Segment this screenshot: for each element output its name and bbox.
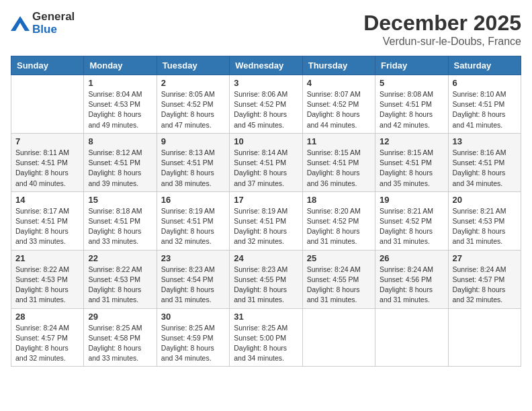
day-number: 31 — [234, 312, 298, 322]
day-info: Sunrise: 8:11 AMSunset: 4:51 PMDaylight:… — [15, 148, 79, 189]
day-number: 19 — [380, 195, 443, 205]
day-number: 23 — [161, 253, 225, 263]
calendar-day-cell: 4Sunrise: 8:07 AMSunset: 4:52 PMDaylight… — [302, 75, 375, 134]
weekday-header-saturday: Saturday — [448, 56, 521, 75]
logo-text-general: General — [32, 10, 75, 23]
calendar-day-cell: 16Sunrise: 8:19 AMSunset: 4:51 PMDayligh… — [157, 191, 229, 250]
page-header: General Blue December 2025 Verdun-sur-le… — [11, 11, 521, 48]
calendar-day-cell: 2Sunrise: 8:05 AMSunset: 4:52 PMDaylight… — [157, 75, 229, 134]
day-number: 29 — [88, 312, 152, 322]
weekday-header-friday: Friday — [375, 56, 448, 75]
day-number: 2 — [161, 78, 225, 88]
weekday-header-monday: Monday — [84, 56, 157, 75]
calendar-day-cell: 24Sunrise: 8:23 AMSunset: 4:55 PMDayligh… — [230, 250, 302, 308]
day-number: 17 — [234, 195, 298, 205]
calendar-day-cell: 18Sunrise: 8:20 AMSunset: 4:52 PMDayligh… — [302, 191, 375, 250]
weekday-header-tuesday: Tuesday — [157, 56, 229, 75]
month-year-title: December 2025 — [363, 11, 521, 36]
calendar-header-row: SundayMondayTuesdayWednesdayThursdayFrid… — [11, 56, 521, 75]
calendar-day-cell: 30Sunrise: 8:25 AMSunset: 4:59 PMDayligh… — [157, 308, 229, 367]
day-info: Sunrise: 8:12 AMSunset: 4:51 PMDaylight:… — [88, 148, 152, 189]
calendar-day-cell: 26Sunrise: 8:24 AMSunset: 4:56 PMDayligh… — [375, 250, 448, 308]
day-number: 25 — [307, 253, 371, 263]
calendar-day-cell: 29Sunrise: 8:25 AMSunset: 4:58 PMDayligh… — [84, 308, 157, 367]
day-number: 30 — [161, 312, 225, 322]
day-number: 7 — [15, 136, 79, 146]
calendar-week-row: 14Sunrise: 8:17 AMSunset: 4:51 PMDayligh… — [11, 191, 521, 250]
day-info: Sunrise: 8:20 AMSunset: 4:52 PMDaylight:… — [307, 206, 371, 247]
day-number: 14 — [15, 195, 79, 205]
day-info: Sunrise: 8:18 AMSunset: 4:51 PMDaylight:… — [88, 206, 152, 247]
title-area: December 2025 Verdun-sur-le-Doubs, Franc… — [363, 11, 521, 48]
day-number: 4 — [307, 78, 371, 88]
day-number: 26 — [380, 253, 443, 263]
day-info: Sunrise: 8:24 AMSunset: 4:56 PMDaylight:… — [380, 265, 443, 306]
day-info: Sunrise: 8:25 AMSunset: 4:59 PMDaylight:… — [161, 323, 225, 364]
calendar-day-cell: 27Sunrise: 8:24 AMSunset: 4:57 PMDayligh… — [448, 250, 521, 308]
weekday-header-wednesday: Wednesday — [230, 56, 302, 75]
day-number: 28 — [15, 312, 79, 322]
day-number: 8 — [88, 136, 152, 146]
calendar-week-row: 1Sunrise: 8:04 AMSunset: 4:53 PMDaylight… — [11, 75, 521, 134]
calendar-day-cell: 22Sunrise: 8:22 AMSunset: 4:53 PMDayligh… — [84, 250, 157, 308]
day-info: Sunrise: 8:24 AMSunset: 4:55 PMDaylight:… — [307, 265, 371, 306]
calendar-day-cell: 8Sunrise: 8:12 AMSunset: 4:51 PMDaylight… — [84, 133, 157, 191]
day-number: 13 — [453, 136, 517, 146]
calendar-day-cell: 10Sunrise: 8:14 AMSunset: 4:51 PMDayligh… — [230, 133, 302, 191]
calendar-week-row: 28Sunrise: 8:24 AMSunset: 4:57 PMDayligh… — [11, 308, 521, 367]
day-info: Sunrise: 8:17 AMSunset: 4:51 PMDaylight:… — [15, 206, 79, 247]
day-number: 22 — [88, 253, 152, 263]
calendar-day-cell: 13Sunrise: 8:16 AMSunset: 4:51 PMDayligh… — [448, 133, 521, 191]
weekday-header-thursday: Thursday — [302, 56, 375, 75]
day-info: Sunrise: 8:15 AMSunset: 4:51 PMDaylight:… — [307, 148, 371, 189]
day-info: Sunrise: 8:08 AMSunset: 4:51 PMDaylight:… — [380, 89, 443, 130]
day-info: Sunrise: 8:15 AMSunset: 4:51 PMDaylight:… — [380, 148, 443, 189]
day-number: 11 — [307, 136, 371, 146]
day-info: Sunrise: 8:14 AMSunset: 4:51 PMDaylight:… — [234, 148, 298, 189]
day-number: 16 — [161, 195, 225, 205]
day-number: 20 — [453, 195, 517, 205]
day-info: Sunrise: 8:13 AMSunset: 4:51 PMDaylight:… — [161, 148, 225, 189]
day-number: 10 — [234, 136, 298, 146]
logo-text-blue: Blue — [32, 23, 57, 36]
day-info: Sunrise: 8:04 AMSunset: 4:53 PMDaylight:… — [88, 89, 152, 130]
day-info: Sunrise: 8:07 AMSunset: 4:52 PMDaylight:… — [307, 89, 371, 130]
calendar-day-cell: 9Sunrise: 8:13 AMSunset: 4:51 PMDaylight… — [157, 133, 229, 191]
calendar-day-cell: 25Sunrise: 8:24 AMSunset: 4:55 PMDayligh… — [302, 250, 375, 308]
calendar-day-cell: 20Sunrise: 8:21 AMSunset: 4:53 PMDayligh… — [448, 191, 521, 250]
day-number: 1 — [88, 78, 152, 88]
day-info: Sunrise: 8:19 AMSunset: 4:51 PMDaylight:… — [161, 206, 225, 247]
day-info: Sunrise: 8:05 AMSunset: 4:52 PMDaylight:… — [161, 89, 225, 130]
calendar-day-cell: 19Sunrise: 8:21 AMSunset: 4:52 PMDayligh… — [375, 191, 448, 250]
day-number: 24 — [234, 253, 298, 263]
day-number: 15 — [88, 195, 152, 205]
day-number: 5 — [380, 78, 443, 88]
calendar-day-cell: 14Sunrise: 8:17 AMSunset: 4:51 PMDayligh… — [11, 191, 84, 250]
calendar-week-row: 7Sunrise: 8:11 AMSunset: 4:51 PMDaylight… — [11, 133, 521, 191]
logo: General Blue — [11, 11, 75, 36]
calendar-table: SundayMondayTuesdayWednesdayThursdayFrid… — [11, 56, 521, 367]
day-info: Sunrise: 8:21 AMSunset: 4:53 PMDaylight:… — [453, 206, 517, 247]
calendar-day-cell — [448, 308, 521, 367]
day-info: Sunrise: 8:21 AMSunset: 4:52 PMDaylight:… — [380, 206, 443, 247]
day-info: Sunrise: 8:25 AMSunset: 5:00 PMDaylight:… — [234, 323, 298, 364]
day-info: Sunrise: 8:24 AMSunset: 4:57 PMDaylight:… — [453, 265, 517, 306]
calendar-day-cell: 17Sunrise: 8:19 AMSunset: 4:51 PMDayligh… — [230, 191, 302, 250]
calendar-day-cell — [375, 308, 448, 367]
location-subtitle: Verdun-sur-le-Doubs, France — [363, 36, 521, 48]
day-number: 9 — [161, 136, 225, 146]
calendar-day-cell: 23Sunrise: 8:23 AMSunset: 4:54 PMDayligh… — [157, 250, 229, 308]
day-info: Sunrise: 8:06 AMSunset: 4:52 PMDaylight:… — [234, 89, 298, 130]
calendar-day-cell: 3Sunrise: 8:06 AMSunset: 4:52 PMDaylight… — [230, 75, 302, 134]
day-info: Sunrise: 8:19 AMSunset: 4:51 PMDaylight:… — [234, 206, 298, 247]
day-number: 18 — [307, 195, 371, 205]
day-info: Sunrise: 8:25 AMSunset: 4:58 PMDaylight:… — [88, 323, 152, 364]
day-number: 6 — [453, 78, 517, 88]
day-info: Sunrise: 8:23 AMSunset: 4:54 PMDaylight:… — [161, 265, 225, 306]
logo-icon — [11, 16, 30, 31]
calendar-day-cell: 15Sunrise: 8:18 AMSunset: 4:51 PMDayligh… — [84, 191, 157, 250]
day-info: Sunrise: 8:22 AMSunset: 4:53 PMDaylight:… — [15, 265, 79, 306]
day-number: 27 — [453, 253, 517, 263]
day-info: Sunrise: 8:10 AMSunset: 4:51 PMDaylight:… — [453, 89, 517, 130]
day-info: Sunrise: 8:22 AMSunset: 4:53 PMDaylight:… — [88, 265, 152, 306]
